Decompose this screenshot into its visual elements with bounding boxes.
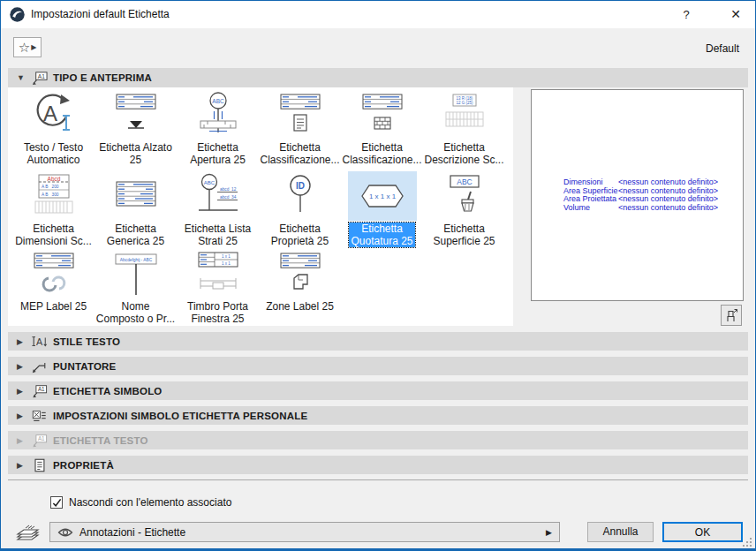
archicad-logo-icon — [10, 7, 25, 22]
cancel-button[interactable]: Annulla — [587, 522, 654, 542]
grid-item-apertura[interactable]: ABC EtichettaApertura 25 — [177, 90, 259, 171]
layers-icon — [14, 522, 42, 543]
grid-item-nome-composto[interactable]: Abcdefghij - ABC NomeComposto o Pr... — [94, 249, 177, 327]
dropdown-arrow-icon: ▶ — [546, 528, 552, 537]
grid-item-label: Zone Label 25 — [266, 300, 334, 313]
timbro-porta-icon: 1 x 1 1 x 1 — [184, 249, 253, 298]
expander-right-icon: ▶ — [17, 436, 26, 445]
expander-right-icon: ▶ — [17, 411, 26, 420]
grid-item-generica[interactable]: EtichettaGenerica 25 — [94, 171, 177, 249]
checkbox-label: Nascondi con l'elemento associato — [69, 496, 231, 509]
grid-item-label: Timbro PortaFinestra 25 — [187, 300, 248, 325]
window-title: Impostazioni default Etichetta — [31, 1, 170, 28]
dimensioni-icon: Abcd A B 200 A B 300 — [19, 171, 88, 221]
hide-with-element-checkbox[interactable] — [50, 496, 63, 509]
svg-text:12 G (25): 12 G (25) — [456, 101, 473, 105]
grid-item-lista-strati[interactable]: ABC abcd 12 abcd 34 Etichetta ListaStrat… — [177, 171, 259, 249]
etichetta-simbolo-icon: A1 — [31, 383, 48, 399]
grid-item-label: EtichettaDimensioni Sc... — [15, 223, 92, 247]
layer-value: Annotazioni - Etichette — [79, 526, 540, 539]
resize-grip[interactable] — [742, 537, 752, 547]
grid-item-label: Testo / TestoAutomatico — [24, 141, 83, 166]
section-impostazioni-simbolo[interactable]: ▶IMPOSTAZIONI SIMBOLO ETICHETTA PERSONAL… — [8, 406, 748, 425]
section-label: ETICHETTA SIMBOLO — [53, 386, 163, 396]
svg-text:A B 200: A B 200 — [42, 185, 59, 189]
section-label: PUNTATORE — [53, 361, 116, 372]
grid-item-classificazione-muro[interactable]: EtichettaClassificazione... — [341, 90, 423, 171]
expander-right-icon: ▶ — [17, 362, 26, 371]
svg-text:A1: A1 — [38, 72, 45, 79]
section-stile-testo[interactable]: ▶ASTILE TESTO — [8, 332, 748, 351]
generica-icon — [102, 171, 170, 221]
svg-text:Abcdefghij - ABC: Abcdefghij - ABC — [119, 258, 152, 262]
section-tipo-e-anteprima[interactable]: ▼ A1 TIPO E ANTEPRIMA — [8, 68, 748, 87]
close-button[interactable]: ✕ — [718, 1, 753, 28]
svg-text:abcd 12: abcd 12 — [220, 187, 237, 192]
preview-text: Dimensioni<nessun contenuto definito>Are… — [563, 178, 718, 212]
grid-item-alzato[interactable]: Etichetta Alzato25 — [94, 90, 177, 171]
grid-item-timbro-porta[interactable]: 1 x 1 1 x 1 Timbro PortaFinestra 25 — [177, 249, 259, 327]
help-button[interactable]: ? — [669, 1, 704, 28]
object-browser-button[interactable] — [721, 305, 742, 326]
svg-text:Abcd: Abcd — [47, 176, 60, 182]
grid-item-label: Etichetta Alzato25 — [99, 141, 172, 166]
expander-down-icon: ▼ — [17, 73, 26, 82]
section-label: ETICHETTA TESTO — [53, 435, 148, 446]
dialog-impostazioni-default-etichetta: Impostazioni default Etichetta ? ✕ ☆ ▶ D… — [0, 0, 756, 551]
grid-item-label: EtichettaProprietà 25 — [271, 223, 329, 247]
svg-text:A1: A1 — [38, 435, 45, 442]
svg-text:1 x 1: 1 x 1 — [222, 261, 231, 266]
grid-item-label: EtichettaDescrizione Sc... — [424, 141, 503, 166]
default-label: Default — [706, 42, 739, 55]
layer-dropdown[interactable]: Annotazioni - Etichette ▶ — [49, 522, 560, 542]
grid-item-label: MEP Label 25 — [20, 300, 87, 313]
chair-arrow-icon — [724, 308, 738, 322]
grid-item-label: EtichettaClassificazione... — [260, 141, 339, 166]
section-label: IMPOSTAZIONI SIMBOLO ETICHETTA PERSONALE — [53, 411, 307, 421]
svg-text:1 x 1: 1 x 1 — [222, 254, 231, 259]
etichetta-testo-icon: A1 — [31, 433, 48, 449]
section-etichetta-simbolo[interactable]: ▶A1ETICHETTA SIMBOLO — [8, 381, 748, 400]
descrizione-icon: 13 R (18) 12 G (25) — [430, 90, 499, 140]
section-label: PROPRIETÀ — [53, 460, 114, 471]
section-puntatore[interactable]: ▶PUNTATORE — [8, 357, 748, 375]
grid-item-classificazione-doc[interactable]: EtichettaClassificazione... — [259, 90, 341, 171]
section-etichetta-testo[interactable]: ▶A1ETICHETTA TESTO — [8, 431, 748, 449]
classificazione-doc-icon — [266, 90, 335, 140]
nome-composto-icon: Abcdefghij - ABC — [102, 249, 170, 298]
grid-item-zone[interactable]: Zone Label 25 — [259, 249, 341, 327]
grid-item-label: EtichettaSuperficie 25 — [433, 223, 495, 247]
grid-item-proprieta-id[interactable]: ID EtichettaProprietà 25 — [259, 171, 341, 249]
svg-text:A1: A1 — [38, 386, 45, 392]
grid-item-mep[interactable]: MEP Label 25 — [12, 249, 94, 327]
grid-item-quotatura[interactable]: 1 x 1 x 1EtichettaQuotatura 25 — [341, 171, 423, 249]
section-proprieta[interactable]: ▶PROPRIETÀ — [8, 456, 748, 474]
quotatura-icon: 1 x 1 x 1 — [348, 171, 417, 221]
alzato-icon — [102, 90, 170, 140]
separator-line — [8, 479, 748, 480]
impostazioni-simbolo-icon — [31, 408, 48, 424]
etichetta-section-icon: A1 — [31, 70, 48, 87]
chevron-right-icon: ▶ — [31, 43, 36, 51]
grid-item-descrizione[interactable]: 13 R (18) 12 G (25) EtichettaDescrizione… — [423, 90, 505, 171]
svg-text:abcd 34: abcd 34 — [220, 195, 237, 200]
favorites-button[interactable]: ☆ ▶ — [13, 37, 42, 57]
preview-field-label: Volume — [563, 204, 618, 213]
lista-strati-icon: ABC abcd 12 abcd 34 — [184, 171, 253, 221]
expander-right-icon: ▶ — [17, 387, 26, 396]
apertura-icon: ABC — [184, 90, 253, 140]
checkmark-icon — [52, 498, 62, 508]
grid-item-dimensioni[interactable]: Abcd A B 200 A B 300 EtichettaDimensioni… — [12, 171, 94, 249]
mep-icon — [19, 249, 88, 298]
svg-text:ID: ID — [296, 181, 305, 191]
grid-item-superficie[interactable]: ABC EtichettaSuperficie 25 — [423, 171, 505, 249]
proprieta-id-icon: ID — [266, 171, 335, 221]
grid-item-testo-automatico[interactable]: A Testo / TestoAutomatico — [12, 90, 94, 171]
grid-item-label: EtichettaGenerica 25 — [107, 223, 164, 247]
ok-button[interactable]: OK — [662, 522, 743, 542]
superficie-icon: ABC — [430, 171, 499, 221]
section-label: TIPO E ANTEPRIMA — [53, 72, 152, 83]
grid-item-label: EtichettaClassificazione... — [342, 141, 421, 166]
zone-icon — [266, 249, 335, 298]
svg-text:ABC: ABC — [212, 98, 224, 104]
